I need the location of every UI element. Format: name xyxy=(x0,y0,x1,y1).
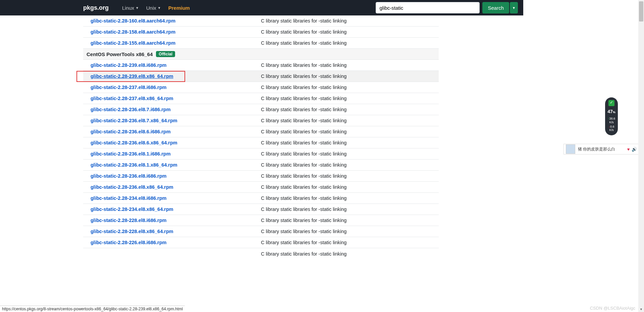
table-row: glibc-static-2.28-234.el8.x86_64.rpmC li… xyxy=(83,204,439,215)
table-row: glibc-static-2.28-236.el8.1.x86_64.rpmC … xyxy=(83,160,439,171)
widget-percent: 47% xyxy=(607,109,615,114)
table-row: glibc-static-2.28-237.el8.i686.rpmC libr… xyxy=(83,82,439,93)
table-row: glibc-static-2.28-160.el8.aarch64.rpmC l… xyxy=(83,15,439,27)
table-row: glibc-static-2.28-226.el8.i686.rpmC libr… xyxy=(83,237,439,248)
package-description: C library static libraries for -static l… xyxy=(261,251,439,257)
music-title: 猪 你的皮肤是那么白 xyxy=(578,146,625,152)
table-row: glibc-static-2.28-228.el8.i686.rpmC libr… xyxy=(83,215,439,226)
package-link[interactable]: glibc-static-2.28-160.el8.aarch64.rpm xyxy=(91,18,175,24)
package-description: C library static libraries for -static l… xyxy=(261,229,439,234)
package-link[interactable]: glibc-static-2.28-236.el8.1.i686.rpm xyxy=(91,151,171,157)
package-link[interactable]: glibc-static-2.28-236.el8.7.i686.rpm xyxy=(91,107,171,112)
shield-check-icon xyxy=(608,100,614,106)
section-title: CentOS PowerTools x86_64 xyxy=(87,51,153,57)
table-row: glibc-static-2.28-236.el8.i686.rpmC libr… xyxy=(83,171,439,182)
table-row: glibc-static-2.28-236.el8.6.i686.rpmC li… xyxy=(83,126,439,137)
package-link[interactable]: glibc-static-2.28-236.el8.i686.rpm xyxy=(91,173,166,179)
table-row: C library static libraries for -static l… xyxy=(83,248,439,259)
package-link[interactable]: glibc-static-2.28-228.el8.i686.rpm xyxy=(91,218,166,223)
vertical-scrollbar[interactable]: ▲ ▼ xyxy=(638,0,644,259)
search-input[interactable] xyxy=(376,2,480,13)
package-link[interactable]: glibc-static-2.28-237.el8.i686.rpm xyxy=(91,85,166,90)
heart-icon[interactable]: ♥ xyxy=(627,147,630,152)
package-link[interactable]: glibc-static-2.28-236.el8.6.i686.rpm xyxy=(91,129,171,134)
package-link[interactable]: glibc-static-2.28-236.el8.7.x86_64.rpm xyxy=(91,118,177,123)
chevron-down-icon: ▼ xyxy=(158,6,161,10)
package-link[interactable]: glibc-static-2.28-226.el8.i686.rpm xyxy=(91,240,166,245)
package-description: C library static libraries for -static l… xyxy=(261,62,439,68)
package-link[interactable]: glibc-static-2.28-234.el8.i686.rpm xyxy=(91,195,166,201)
music-player-bar[interactable]: 猪 你的皮肤是那么白 ♥ 🔊 ≡ ✕ xyxy=(564,144,644,154)
package-link[interactable]: glibc-static-2.28-234.el8.x86_64.rpm xyxy=(91,207,173,212)
package-link[interactable]: glibc-static-2.28-236.el8.6.x86_64.rpm xyxy=(91,140,177,145)
chevron-down-icon: ▼ xyxy=(512,6,516,10)
package-description: C library static libraries for -static l… xyxy=(261,173,439,179)
package-description: C library static libraries for -static l… xyxy=(261,107,439,112)
table-row: glibc-static-2.28-236.el8.7.i686.rpmC li… xyxy=(83,104,439,115)
table-row: glibc-static-2.28-236.el8.1.i686.rpmC li… xyxy=(83,148,439,160)
table-row: glibc-static-2.28-239.el8.i686.rpmC libr… xyxy=(83,60,439,71)
package-description: C library static libraries for -static l… xyxy=(261,85,439,90)
table-row: glibc-static-2.28-239.el8.x86_64.rpmC li… xyxy=(83,71,439,82)
package-description: C library static libraries for -static l… xyxy=(261,118,439,123)
widget-upload: 38.6K/s xyxy=(608,117,615,124)
package-link[interactable]: glibc-static-2.28-228.el8.x86_64.rpm xyxy=(91,229,173,234)
package-link[interactable]: glibc-static-2.28-155.el8.aarch64.rpm xyxy=(91,40,175,46)
table-row: glibc-static-2.28-236.el8.6.x86_64.rpmC … xyxy=(83,137,439,148)
table-row: glibc-static-2.28-234.el8.i686.rpmC libr… xyxy=(83,193,439,204)
package-description: C library static libraries for -static l… xyxy=(261,40,439,46)
table-row: glibc-static-2.28-228.el8.x86_64.rpmC li… xyxy=(83,226,439,237)
package-description: C library static libraries for -static l… xyxy=(261,74,439,79)
table-row: glibc-static-2.28-155.el8.aarch64.rpmC l… xyxy=(83,38,439,49)
package-link[interactable]: glibc-static-2.28-239.el8.i686.rpm xyxy=(91,62,166,68)
nav-premium[interactable]: Premium xyxy=(168,5,190,11)
package-description: C library static libraries for -static l… xyxy=(261,129,439,134)
navbar: pkgs.org Linux▼ Unix▼ Premium Search ▼ xyxy=(0,0,523,15)
search-dropdown-button[interactable]: ▼ xyxy=(510,2,518,13)
brand-logo[interactable]: pkgs.org xyxy=(83,4,109,11)
album-cover xyxy=(566,144,575,154)
nav-linux-label: Linux xyxy=(122,5,134,11)
package-description: C library static libraries for -static l… xyxy=(261,151,439,157)
official-badge: Official xyxy=(156,51,175,57)
package-description: C library static libraries for -static l… xyxy=(261,218,439,223)
nav-unix-label: Unix xyxy=(146,5,156,11)
nav-linux[interactable]: Linux▼ xyxy=(122,5,139,11)
package-description: C library static libraries for -static l… xyxy=(261,162,439,168)
package-description: C library static libraries for -static l… xyxy=(261,140,439,145)
search-form: Search ▼ xyxy=(376,2,518,13)
widget-download: 0.6K/s xyxy=(608,125,614,132)
search-button[interactable]: Search xyxy=(482,2,509,13)
package-link[interactable]: glibc-static-2.28-236.el8.x86_64.rpm xyxy=(91,184,173,190)
chevron-down-icon: ▼ xyxy=(136,6,139,10)
table-row: glibc-static-2.28-236.el8.7.x86_64.rpmC … xyxy=(83,115,439,126)
table-row: glibc-static-2.28-237.el8.x86_64.rpmC li… xyxy=(83,93,439,104)
section-header: CentOS PowerTools x86_64 Official xyxy=(83,49,439,60)
package-description: C library static libraries for -static l… xyxy=(261,18,439,24)
volume-icon[interactable]: 🔊 xyxy=(632,147,637,152)
nav-unix[interactable]: Unix▼ xyxy=(146,5,161,11)
package-description: C library static libraries for -static l… xyxy=(261,96,439,101)
package-link[interactable]: glibc-static-2.28-239.el8.x86_64.rpm xyxy=(91,74,173,79)
package-description: C library static libraries for -static l… xyxy=(261,29,439,35)
table-row: glibc-static-2.28-236.el8.x86_64.rpmC li… xyxy=(83,182,439,193)
package-description: C library static libraries for -static l… xyxy=(261,184,439,190)
scrollbar-thumb[interactable] xyxy=(639,1,643,21)
package-description: C library static libraries for -static l… xyxy=(261,240,439,245)
system-widget[interactable]: 47% 38.6K/s 0.6K/s xyxy=(605,97,618,135)
table-row: glibc-static-2.28-158.el8.aarch64.rpmC l… xyxy=(83,27,439,38)
package-link[interactable]: glibc-static-2.28-158.el8.aarch64.rpm xyxy=(91,29,175,35)
package-link[interactable]: glibc-static-2.28-236.el8.1.x86_64.rpm xyxy=(91,162,177,168)
package-description: C library static libraries for -static l… xyxy=(261,195,439,201)
package-description: C library static libraries for -static l… xyxy=(261,207,439,212)
results-content: glibc-static-2.28-160.el8.aarch64.rpmC l… xyxy=(83,15,439,259)
package-link[interactable]: glibc-static-2.28-237.el8.x86_64.rpm xyxy=(91,96,173,101)
